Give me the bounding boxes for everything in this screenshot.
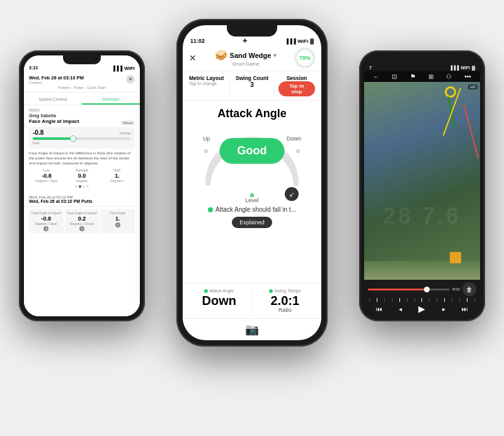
hcard-2-unit: Degrees / Closed bbox=[67, 222, 98, 226]
left-notch bbox=[63, 55, 101, 64]
step-back-icon[interactable]: ◂ bbox=[399, 306, 402, 313]
video-timeline: 8:01 🗑 bbox=[368, 282, 476, 296]
hcard-1-value: -0.8 bbox=[31, 215, 62, 222]
phone-right: 7 ▐▐▐ WiFi ▓ ← ⊡ ⚑ ⊞ ⚇ ••• bbox=[359, 50, 485, 321]
hcard-1-unit: Degrees / Open bbox=[31, 222, 62, 226]
swing-count-label: Swing Count bbox=[234, 75, 270, 81]
gauge-label-up: Up bbox=[203, 135, 210, 142]
basket-icon bbox=[450, 252, 461, 263]
flag-icon[interactable]: ⚑ bbox=[410, 73, 416, 80]
signal-icon-right: ▐▐▐ bbox=[449, 66, 459, 70]
bottom-stats-divider bbox=[252, 289, 253, 313]
back-icon[interactable]: ← bbox=[373, 73, 379, 80]
step-forward-icon[interactable]: ▸ bbox=[442, 306, 445, 313]
hcard-2-value: 0.2 bbox=[67, 215, 98, 222]
close-button[interactable]: ✕ bbox=[189, 53, 197, 63]
bstat-dot-tempo bbox=[269, 289, 273, 293]
edit-label[interactable]: Edit bbox=[33, 141, 131, 145]
gauge-dot-left bbox=[204, 149, 208, 153]
show-button[interactable]: Show bbox=[120, 120, 135, 125]
hcard-2-num: 4 bbox=[79, 226, 84, 231]
play-button[interactable]: ▶ bbox=[418, 304, 425, 314]
bottom-stats: Attack Angle Down Swing Tempo 2.0:1 Rati… bbox=[183, 283, 321, 318]
bstat-tempo-value: 2.0:1 bbox=[255, 294, 316, 307]
dot-1 bbox=[75, 185, 77, 188]
skip-back-icon[interactable]: ⏮ bbox=[376, 306, 382, 313]
swing-count-value: 3 bbox=[234, 81, 270, 88]
attack-desc-text: Attack Angle should fall in t... bbox=[215, 206, 296, 213]
left-close-button[interactable]: ✕ bbox=[126, 75, 135, 84]
grid-icon[interactable]: ⊞ bbox=[428, 73, 433, 80]
slider-container: -0.8 Average Edit bbox=[29, 127, 135, 149]
notes-label: Notes bbox=[29, 108, 135, 112]
right-status-bar: 7 ▐▐▐ WiFi ▓ bbox=[364, 64, 480, 71]
hcard-3-label: Face Angle bbox=[102, 211, 133, 215]
signal-icon: ▐▐▐ bbox=[112, 66, 122, 71]
session-col[interactable]: Session Tap to stop bbox=[278, 75, 315, 96]
left-status-icons: ▐▐▐ WiFi bbox=[112, 66, 135, 71]
hcard-1-num: 5 bbox=[43, 226, 49, 231]
hcard-2-label: Face Angle at Impact bbox=[67, 211, 98, 215]
metric-layout-sub: Tap to change bbox=[189, 81, 226, 86]
playback-controls: ⏮ ◂ ▶ ▸ ⏭ bbox=[368, 304, 476, 314]
center-status-icons: ▐▐▐ WiFi ▓ bbox=[285, 38, 314, 44]
lightning-icon: ✈ bbox=[243, 38, 248, 44]
history-cards: Face Angle at Impact -0.8 Degrees / Open… bbox=[24, 207, 140, 236]
chevron-down-icon[interactable]: ▾ bbox=[273, 52, 277, 59]
tick-9 bbox=[429, 298, 430, 302]
green-dot-icon bbox=[208, 207, 213, 212]
bookmark-icon[interactable]: ⊡ bbox=[392, 73, 397, 80]
battery-icon-center: ▓ bbox=[310, 38, 314, 44]
time-label: 8:01 bbox=[452, 287, 460, 291]
bstat-attack-value: Down bbox=[189, 294, 249, 307]
main-metric-area: Attack Angle Up bbox=[183, 101, 321, 283]
more-icon[interactable]: ••• bbox=[464, 73, 471, 80]
person-icon[interactable]: ⚇ bbox=[446, 73, 452, 80]
metric-layout-col[interactable]: Metric Layout Tap to change bbox=[189, 75, 226, 86]
skip-forward-icon[interactable]: ⏭ bbox=[462, 306, 468, 313]
gauge-dot-right bbox=[296, 149, 300, 153]
stat-high-value: 1. bbox=[100, 173, 135, 179]
slider-track[interactable] bbox=[33, 137, 131, 140]
tab-speed-control[interactable]: Speed Control bbox=[24, 95, 82, 105]
tick-3 bbox=[384, 298, 385, 302]
tick-10 bbox=[437, 298, 437, 302]
stats-row: Low -0.8 Degrees / Open Average 0.0 Degr… bbox=[29, 168, 135, 183]
stat-low-label: Low bbox=[29, 168, 64, 172]
tick-5 bbox=[399, 298, 400, 302]
gauge-label-level: Level bbox=[245, 197, 259, 204]
timeline-progress bbox=[368, 289, 425, 290]
club-sub: Short Game bbox=[200, 61, 291, 67]
metrics-bar: Metric Layout Tap to change Swing Count … bbox=[183, 71, 321, 101]
session-badge[interactable]: Tap to stop bbox=[278, 81, 315, 96]
dots-row bbox=[29, 185, 135, 188]
explained-button[interactable]: Explained bbox=[232, 217, 272, 228]
timeline-track[interactable] bbox=[368, 289, 450, 290]
delete-button[interactable]: 🗑 bbox=[462, 282, 476, 296]
camera-button-row[interactable]: 📷 bbox=[183, 318, 321, 340]
attack-angle-title: Attack Angle bbox=[217, 107, 286, 120]
timeline-thumb[interactable] bbox=[424, 287, 430, 292]
stat-low-value: -0.8 bbox=[29, 173, 64, 179]
center-status-bar: 11:02 ✈ ▐▐▐ WiFi ▓ bbox=[183, 37, 321, 45]
left-tabs: Speed Control Direction bbox=[24, 95, 140, 105]
history-card-1[interactable]: Face Angle at Impact -0.8 Degrees / Open… bbox=[29, 209, 64, 233]
metric-description: Face Angle at Impact is the difference i… bbox=[29, 151, 135, 166]
metrics-divider-2 bbox=[274, 75, 275, 96]
history-card-2[interactable]: Face Angle at Impact 0.2 Degrees / Close… bbox=[65, 209, 100, 233]
tick-2 bbox=[377, 298, 377, 302]
session-label: Session bbox=[278, 75, 315, 81]
center-header: ✕ 🥪 Sand Wedge ▾ Short Game 70% bbox=[183, 45, 321, 71]
stat-avg-label: Average bbox=[64, 168, 100, 172]
battery-icon-right: ▓ bbox=[472, 66, 475, 70]
center-notch bbox=[227, 25, 277, 37]
history-card-3[interactable]: Face Angle 1. 3 bbox=[100, 209, 135, 233]
bg-watermark: 28 7.6 bbox=[383, 203, 461, 229]
tab-direction[interactable]: Direction bbox=[82, 95, 140, 105]
video-overlay-tag: HD bbox=[468, 84, 478, 89]
history-header: Wed, Feb 26 at 03:12 PM Wed, Feb 26 at 0… bbox=[24, 193, 140, 207]
avg-label: Average bbox=[119, 131, 131, 135]
dot-3 bbox=[83, 185, 85, 188]
swing-count-col: Swing Count 3 bbox=[234, 75, 270, 88]
gauge-expand-button[interactable]: ↙ bbox=[285, 187, 299, 201]
